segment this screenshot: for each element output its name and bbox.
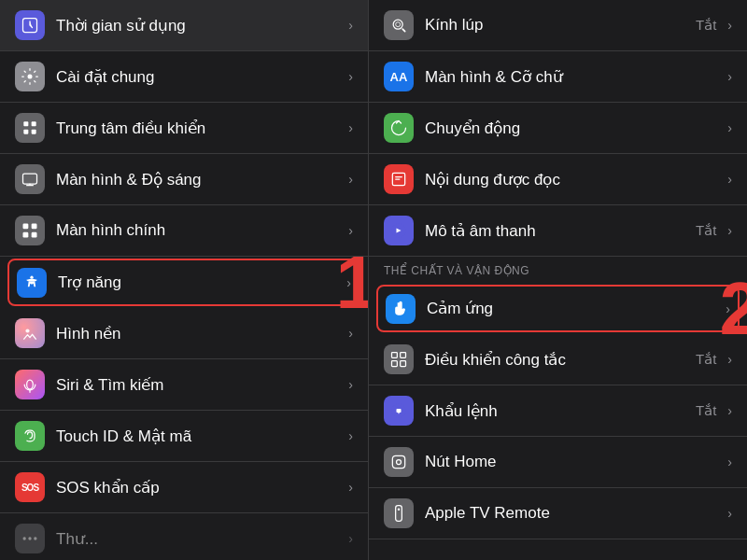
sidebar-item-time[interactable]: Thời gian sử dụng › [0,0,368,51]
svg-rect-6 [23,174,37,184]
chevron-icon: › [727,403,732,418]
right-item-magnifier[interactable]: Kính lúp Tắt › [369,0,747,51]
chevron-icon: › [348,172,353,187]
voice-status: Tắt [696,402,716,419]
magnifier-icon [384,10,414,40]
aa-icon: AA [384,62,414,91]
motion-icon [384,113,414,143]
aa-label: Màn hình & Cỡ chữ [425,67,720,87]
chevron-icon: › [348,377,353,392]
chevron-icon: › [348,531,353,546]
more-label: Thư... [56,529,341,549]
svg-point-11 [30,275,33,278]
chevron-icon: › [348,18,353,33]
chevron-icon: › [727,506,732,521]
chevron-icon: › [348,120,353,135]
wallpaper-icon [15,318,45,348]
sidebar-item-sos[interactable]: SOS SOS khẩn cấp › [0,462,368,513]
svg-point-19 [396,22,401,27]
svg-rect-22 [392,353,398,358]
homescreen-label: Màn hình chính [56,221,341,240]
left-settings-panel: Thời gian sử dụng › Cài đặt chung › Trun… [0,0,369,560]
accessibility-label: Trợ năng [58,273,339,292]
appletv-label: Apple TV Remote [425,504,720,523]
appletv-icon [384,498,414,528]
audio-label: Mô tả âm thanh [425,221,696,241]
accessibility-wrapper: Trợ năng › 1 [0,259,368,306]
right-item-switch[interactable]: Điều khiển công tắc Tắt › [369,334,747,385]
right-item-aa[interactable]: AA Màn hình & Cỡ chữ › [369,51,747,103]
time-label: Thời gian sử dụng [56,16,341,35]
chevron-icon: › [348,326,353,341]
sidebar-item-touchid[interactable]: Touch ID & Mật mã › [0,411,368,462]
svg-rect-9 [23,232,29,238]
svg-point-18 [393,20,402,29]
svg-rect-8 [32,224,37,230]
right-item-audio[interactable]: Mô tả âm thanh Tắt › [369,205,747,257]
chevron-icon: › [348,428,353,443]
control-icon [15,113,45,143]
sidebar-item-display[interactable]: Màn hình & Độ sáng › [0,154,368,205]
chevron-icon: › [727,120,732,135]
chevron-icon: › [727,18,732,33]
svg-point-30 [398,509,401,511]
switch-icon [384,344,414,374]
sidebar-item-wallpaper[interactable]: Hình nền › [0,308,368,359]
content-icon [384,164,414,194]
accessibility-icon [17,268,47,298]
siri-icon [15,370,45,399]
sos-icon: SOS [15,472,45,502]
touch-wrapper: Cảm ứng › 2 [369,285,747,332]
sidebar-item-homescreen[interactable]: Màn hình chính › [0,205,368,257]
sidebar-item-siri[interactable]: Siri & Tìm kiếm › [0,359,368,411]
sidebar-item-general[interactable]: Cài đặt chung › [0,51,368,103]
sos-label: SOS khẩn cấp [56,478,341,497]
chevron-icon: › [727,172,732,187]
chevron-icon: › [727,223,732,238]
chevron-icon: › [348,480,353,495]
svg-rect-27 [392,455,404,468]
time-icon [15,10,45,40]
homescreen-icon [15,216,45,245]
magnifier-status: Tắt [696,17,716,34]
display-icon [15,164,45,194]
motion-label: Chuyển động [425,119,720,138]
switch-label: Điều khiển công tắc [425,350,696,370]
chevron-icon: › [727,455,732,469]
touchid-icon [15,421,45,451]
audio-icon [384,216,414,245]
svg-point-17 [34,537,36,539]
chevron-icon: › [348,69,353,84]
svg-rect-10 [32,232,37,238]
chevron-icon: › [726,301,730,316]
svg-point-15 [23,537,26,539]
right-item-home[interactable]: Nút Home › [369,437,747,488]
svg-point-16 [28,537,31,539]
svg-rect-5 [32,130,36,134]
right-settings-panel: Kính lúp Tắt › AA Màn hình & Cỡ chữ › Ch… [369,0,747,560]
voice-label: Khẩu lệnh [425,401,696,421]
home-label: Nút Home [425,453,720,471]
sidebar-item-accessibility[interactable]: Trợ năng › [7,259,360,306]
sidebar-item-control[interactable]: Trung tâm điều khiển › [0,103,368,154]
svg-rect-24 [392,361,398,367]
svg-point-12 [25,329,29,332]
right-item-voice[interactable]: Khẩu lệnh Tắt › [369,385,747,437]
right-item-motion[interactable]: Chuyển động › [369,103,747,154]
svg-point-28 [397,460,402,465]
siri-label: Siri & Tìm kiếm [56,375,341,395]
svg-rect-4 [23,130,28,134]
touch-label: Cảm ứng [427,299,718,318]
svg-rect-3 [32,121,36,126]
right-item-touch[interactable]: Cảm ứng › [376,285,740,332]
svg-rect-23 [401,353,406,358]
home-icon [384,447,414,477]
chevron-icon: › [727,352,732,367]
svg-rect-25 [401,361,406,367]
svg-rect-29 [396,506,402,522]
content-label: Nội dung được đọc [425,170,720,189]
svg-rect-2 [23,121,28,126]
sidebar-item-more[interactable]: Thư... › [0,513,368,560]
right-item-content[interactable]: Nội dung được đọc › [369,154,747,205]
right-item-appletv[interactable]: Apple TV Remote › [369,488,747,539]
